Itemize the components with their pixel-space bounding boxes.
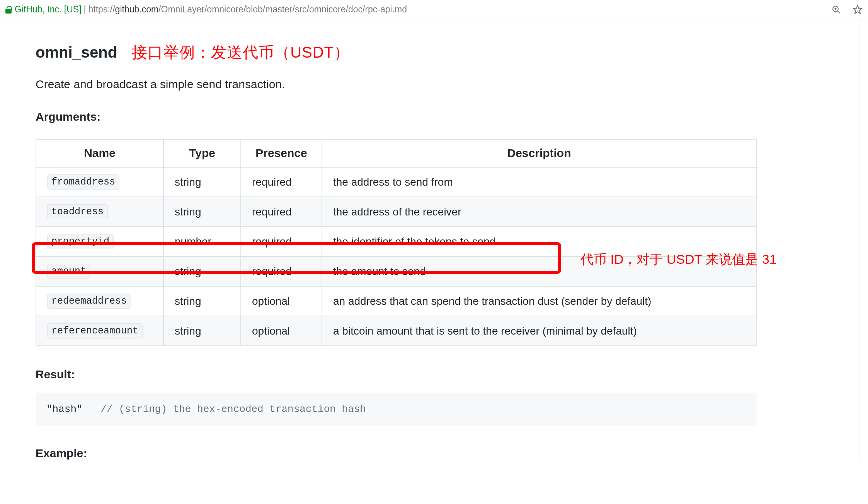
lock-icon xyxy=(5,6,12,14)
arg-name: fromaddress xyxy=(47,174,119,190)
arg-description: an address that can spend the transactio… xyxy=(322,286,756,316)
arg-presence: required xyxy=(241,167,322,197)
svg-marker-4 xyxy=(853,5,862,14)
arg-type: number xyxy=(163,227,241,256)
col-presence: Presence xyxy=(241,139,322,167)
api-name: omni_send xyxy=(36,44,117,61)
result-code-block: "hash" // (string) the hex-encoded trans… xyxy=(36,393,757,426)
arg-description: the address of the receiver xyxy=(322,197,756,227)
site-identity: GitHub, Inc. [US] xyxy=(15,4,82,15)
arg-presence: required xyxy=(241,197,322,227)
arg-name: toaddress xyxy=(47,204,108,219)
table-row: redeemaddress string optional an address… xyxy=(36,286,756,316)
arg-type: string xyxy=(163,256,241,286)
star-icon[interactable] xyxy=(853,5,863,15)
arg-name: amount xyxy=(47,264,90,279)
table-row: fromaddress string required the address … xyxy=(36,167,756,197)
result-label: Result: xyxy=(36,368,825,381)
table-header-row: Name Type Presence Description xyxy=(36,139,756,167)
col-description: Description xyxy=(322,139,756,167)
arg-presence: required xyxy=(241,227,322,256)
api-description: Create and broadcast a simple send trans… xyxy=(36,78,825,91)
result-key: "hash" xyxy=(46,403,83,415)
arg-presence: optional xyxy=(241,316,322,346)
example-label: Example: xyxy=(36,447,825,460)
arg-name: referenceamount xyxy=(47,323,143,338)
arg-name: propertyid xyxy=(47,234,114,249)
table-row: toaddress string required the address of… xyxy=(36,197,756,227)
url-separator: | xyxy=(84,4,86,15)
arg-presence: optional xyxy=(241,286,322,316)
table-row: referenceamount string optional a bitcoi… xyxy=(36,316,756,346)
col-name: Name xyxy=(36,139,163,167)
heading-annotation: 接口举例：发送代币（USDT） xyxy=(132,42,350,63)
result-comment: // (string) the hex-encoded transaction … xyxy=(100,403,366,415)
arg-description: a bitcoin amount that is sent to the rec… xyxy=(322,316,756,346)
side-annotation: 代币 ID，对于 USDT 来说值是 31 xyxy=(580,251,777,268)
page-url: https://github.com/OmniLayer/omnicore/bl… xyxy=(89,4,407,15)
arg-presence: required xyxy=(241,256,322,286)
arguments-label: Arguments: xyxy=(36,110,825,123)
col-type: Type xyxy=(163,139,241,167)
zoom-icon[interactable] xyxy=(832,5,841,14)
arguments-table: Name Type Presence Description fromaddre… xyxy=(36,139,757,346)
api-heading: omni_send 接口举例：发送代币（USDT） xyxy=(36,42,825,63)
svg-line-1 xyxy=(837,11,840,13)
arg-type: string xyxy=(163,316,241,346)
browser-omnibox[interactable]: GitHub, Inc. [US] | https://github.com/O… xyxy=(0,0,868,19)
arg-description: the address to send from xyxy=(322,167,756,197)
arg-type: string xyxy=(163,167,241,197)
arg-name: redeemaddress xyxy=(47,294,131,309)
arg-type: string xyxy=(163,197,241,227)
arg-type: string xyxy=(163,286,241,316)
